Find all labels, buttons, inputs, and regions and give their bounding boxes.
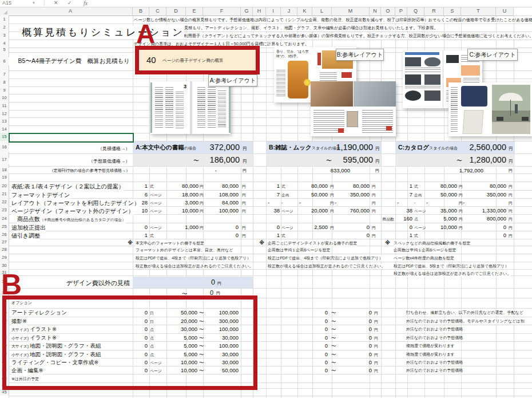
ref-label-a[interactable]: A:参考レイアウト [208, 74, 257, 86]
cell-unit-price[interactable]: 35,000 [424, 207, 457, 214]
cell-total[interactable]: - [333, 199, 371, 206]
cell-mid-value2[interactable]: 0 [343, 309, 372, 316]
column-header-P[interactable]: P [395, 7, 407, 16]
cell-mid-value2[interactable]: 0 [343, 359, 372, 365]
cell-qty[interactable]: 1 [395, 183, 412, 189]
fx-icon[interactable]: fx [84, 0, 88, 6]
cell-unit[interactable]: ページ [281, 225, 293, 231]
cell-total[interactable]: 0 [333, 224, 370, 230]
cell-unit[interactable]: 企画 [414, 192, 422, 198]
cell-qty[interactable]: 10 [133, 207, 148, 214]
periodical-value[interactable]: - [166, 167, 217, 174]
column-header-A[interactable]: A [9, 7, 133, 16]
cell-mid-value[interactable]: 0 [299, 359, 328, 365]
cell-mid-value2[interactable]: 0 [343, 342, 372, 349]
cell-unit[interactable]: 式 [414, 233, 418, 239]
row-header-25[interactable]: 25 [0, 223, 9, 231]
column-header-N[interactable]: N [370, 7, 381, 16]
cell-total[interactable]: 80,000 [461, 183, 506, 189]
cell-unit-price[interactable]: 1,000 [166, 224, 198, 230]
estimate-value[interactable]: 372,000 [166, 143, 240, 152]
name-box-dropdown-icon[interactable]: ▼ [32, 1, 35, 5]
column-header-M[interactable]: M [332, 7, 370, 16]
cell-total[interactable]: - [461, 199, 508, 206]
cell-unit[interactable]: - [414, 200, 415, 204]
reference-image-dance-magazine[interactable] [311, 81, 396, 136]
column-header-S[interactable]: S [444, 7, 461, 16]
row-header-21[interactable]: 21 [0, 190, 9, 198]
cell-total[interactable]: 0 [204, 224, 239, 230]
cell-unit-price[interactable]: 80,000 [424, 183, 457, 189]
cell-qty[interactable]: 0 [266, 224, 280, 230]
column-header-C[interactable]: C [149, 7, 166, 16]
periodical-value[interactable]: 833,000 [297, 167, 350, 174]
select-all-corner[interactable] [0, 7, 9, 16]
reference-image-book[interactable]: 3 [150, 81, 231, 134]
column-header-I[interactable]: I [266, 7, 281, 16]
cell-mid-value[interactable]: 0 [299, 318, 328, 324]
cell-unit-price[interactable]: 2,500 [297, 224, 328, 230]
ref-label-c[interactable]: C:参考レイアウト [467, 49, 518, 61]
row-header-14[interactable]: 14 [0, 125, 9, 133]
cell-qty[interactable]: 1 [266, 232, 280, 238]
other-estimate-value[interactable]: 0 [166, 278, 215, 286]
cell-total[interactable]: 0 [461, 224, 506, 230]
cell-total[interactable]: 0 [204, 232, 239, 238]
row-header-16[interactable]: 16 [0, 141, 9, 153]
row-header-2[interactable]: 2 [0, 23, 9, 31]
reference-image-fashion-catalog[interactable] [448, 82, 532, 136]
row-header-8[interactable]: 8 [0, 78, 9, 86]
cell-unit-price[interactable]: 3,000 [166, 199, 198, 206]
cell-total[interactable]: 108,000 [204, 191, 239, 198]
cell-unit-price[interactable]: 10,000 [166, 207, 198, 214]
row-header-18[interactable]: 18 [0, 166, 9, 174]
row-header-13[interactable]: 13 [0, 117, 9, 125]
cell-unit-price[interactable]: 5,000 [424, 215, 457, 222]
cell-qty[interactable]: 0 [395, 224, 412, 230]
cell-total[interactable]: 0 [333, 232, 370, 238]
cell-unit-price[interactable]: 10,000 [424, 224, 457, 230]
cell-unit-price[interactable]: - [424, 199, 459, 206]
cell-qty[interactable]: - [395, 199, 414, 206]
column-header-G[interactable]: G [241, 7, 253, 16]
row-header-24[interactable]: 24 [0, 214, 9, 223]
cell-mid-value[interactable]: 0 [299, 367, 328, 373]
cell-qty[interactable]: 0 [133, 224, 148, 230]
row-header-22[interactable]: 22 [0, 198, 9, 206]
row-header-29[interactable]: 29 [0, 254, 9, 262]
column-header-Q[interactable]: Q [407, 7, 424, 16]
column-header-U[interactable]: U [496, 7, 514, 16]
cell-total[interactable]: 760,000 [333, 207, 370, 214]
cancel-icon[interactable]: ✕ [54, 0, 58, 6]
ref-label-b[interactable]: B:参考レイアウト [336, 49, 384, 61]
estimate-value[interactable]: 1,190,000 [297, 143, 373, 152]
cell-qty[interactable]: - [266, 199, 281, 206]
row-header-7[interactable]: 7 [0, 70, 9, 78]
enter-icon[interactable]: ✓ [68, 0, 72, 6]
cell-unit[interactable]: - [281, 200, 283, 204]
cell-unit[interactable]: 式 [281, 184, 285, 190]
cell-unit[interactable]: 式 [414, 184, 418, 190]
cell-unit[interactable]: ページ [150, 225, 162, 231]
cell-total[interactable]: 350,000 [333, 191, 370, 198]
column-header-E[interactable]: E [186, 7, 203, 16]
cell-unit-price[interactable]: 80,000 [166, 183, 198, 189]
cell-qty[interactable]: 1 [395, 232, 412, 238]
cell-unit-price[interactable]: 20,000 [297, 207, 328, 214]
cell-unit[interactable]: ページ [281, 208, 293, 214]
column-header-R[interactable]: R [424, 7, 444, 16]
periodical-value[interactable]: 1,792,000 [424, 167, 483, 174]
column-header-T[interactable]: T [461, 7, 496, 16]
cell-qty[interactable]: 7 [395, 191, 412, 198]
cell-total[interactable]: 80,000 [333, 183, 370, 189]
cell-mid-value2[interactable]: 0 [343, 367, 372, 373]
cell-unit[interactable]: ページ [150, 192, 162, 198]
column-header-F[interactable]: F [203, 7, 241, 16]
cell-mid-value[interactable]: 0 [299, 309, 328, 316]
cell-mid-value[interactable]: 0 [299, 334, 328, 341]
cell-qty[interactable]: 38 [395, 207, 412, 214]
cell-mid-value2[interactable]: 0 [343, 334, 372, 341]
row-header-11[interactable]: 11 [0, 102, 9, 110]
cell-unit-price[interactable]: 50,000 [424, 191, 457, 198]
row-header-19[interactable]: 19 [0, 174, 9, 182]
